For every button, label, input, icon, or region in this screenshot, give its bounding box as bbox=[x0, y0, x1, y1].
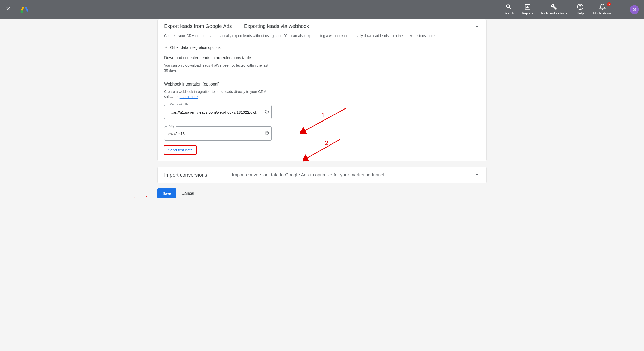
nav-tools[interactable]: Tools and settings bbox=[541, 4, 567, 15]
svg-line-8 bbox=[304, 108, 346, 131]
nav-notifications[interactable]: Notifications bbox=[593, 4, 611, 15]
other-options-label: Other data integration options bbox=[170, 45, 221, 50]
nav-help-label: Help bbox=[577, 11, 584, 15]
download-section-title: Download collected leads in ad extension… bbox=[164, 56, 480, 60]
main-container: Export leads from Google Ads Exporting l… bbox=[157, 19, 487, 198]
nav-reports[interactable]: Reports bbox=[522, 4, 534, 15]
chevron-up-icon bbox=[164, 45, 169, 50]
annotation-label-4: 4 bbox=[145, 195, 148, 198]
learn-more-link[interactable]: Learn more bbox=[180, 95, 198, 99]
header-right: Search Reports Tools and settings Help N… bbox=[503, 4, 639, 15]
card-header: Export leads from Google Ads Exporting l… bbox=[164, 23, 480, 29]
import-conversions-title: Import conversions bbox=[164, 172, 232, 178]
header-left bbox=[5, 5, 29, 14]
form-actions: Save Cancel bbox=[157, 188, 487, 198]
card-title: Export leads from Google Ads bbox=[164, 23, 232, 29]
nav-search-label: Search bbox=[504, 11, 514, 15]
send-test-data-button[interactable]: Send test data bbox=[164, 146, 196, 154]
webhook-url-legend: Webhook URL bbox=[167, 102, 192, 106]
header-divider bbox=[621, 5, 621, 15]
close-icon[interactable] bbox=[5, 6, 11, 14]
collapse-chevron-up-icon[interactable] bbox=[474, 23, 480, 30]
annotation-label-1: 1 bbox=[321, 112, 325, 119]
svg-point-5 bbox=[267, 112, 267, 113]
webhook-section-text: Create a webhook integration to send lea… bbox=[164, 89, 269, 100]
nav-search[interactable]: Search bbox=[503, 4, 515, 15]
svg-point-0 bbox=[20, 10, 23, 13]
other-options-toggle[interactable]: Other data integration options bbox=[164, 45, 480, 50]
google-ads-logo-icon[interactable] bbox=[20, 5, 29, 14]
card-description: Connect your CRM or app to automatically… bbox=[164, 34, 480, 38]
key-help-icon[interactable] bbox=[265, 131, 269, 136]
import-conversions-card[interactable]: Import conversions Import conversion dat… bbox=[157, 167, 487, 183]
key-legend: Key bbox=[167, 124, 176, 128]
notification-alert-badge bbox=[607, 2, 611, 6]
annotation-label-2: 2 bbox=[325, 139, 328, 147]
import-conversions-desc: Import conversion data to Google Ads to … bbox=[232, 172, 384, 178]
webhook-section-title: Webhook integration (optional) bbox=[164, 82, 480, 87]
nav-help[interactable]: Help bbox=[574, 4, 586, 15]
webhook-url-input[interactable] bbox=[164, 105, 272, 119]
key-field: Key bbox=[164, 126, 272, 141]
annotation-arrow-1 bbox=[300, 106, 351, 137]
expand-chevron-down-icon bbox=[474, 172, 480, 179]
svg-point-7 bbox=[267, 134, 267, 134]
svg-line-9 bbox=[306, 139, 340, 159]
cancel-button[interactable]: Cancel bbox=[181, 191, 194, 196]
annotation-arrow-2 bbox=[303, 137, 344, 163]
nav-tools-label: Tools and settings bbox=[541, 11, 567, 15]
key-input[interactable] bbox=[164, 126, 272, 141]
webhook-url-help-icon[interactable] bbox=[265, 109, 269, 115]
card-subtitle: Exporting leads via webhook bbox=[244, 23, 309, 29]
download-section-text: You can only download leads that've been… bbox=[164, 63, 269, 73]
webhook-url-field: Webhook URL bbox=[164, 105, 272, 119]
top-header: Search Reports Tools and settings Help N… bbox=[0, 0, 644, 19]
nav-notifications-label: Notifications bbox=[593, 11, 611, 15]
svg-point-3 bbox=[580, 8, 580, 8]
save-button[interactable]: Save bbox=[157, 188, 176, 198]
export-leads-card: Export leads from Google Ads Exporting l… bbox=[157, 19, 487, 161]
account-avatar[interactable]: S bbox=[630, 5, 639, 14]
nav-reports-label: Reports bbox=[522, 11, 534, 15]
